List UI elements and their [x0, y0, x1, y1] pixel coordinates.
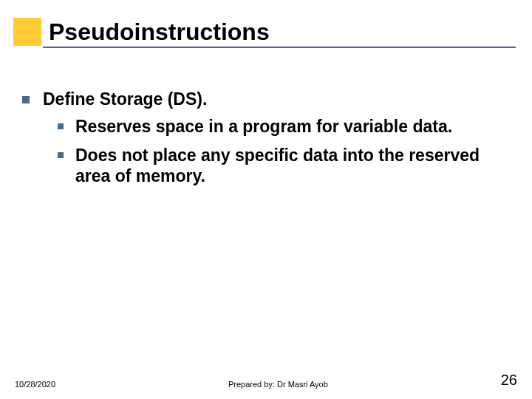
list-item: Reserves space in a program for variable… [58, 116, 514, 137]
bullet-icon [58, 152, 64, 158]
bullet-text: Reserves space in a program for variable… [75, 116, 452, 137]
footer: 10/28/2020 Prepared by: Dr Masri Ayob 26 [0, 372, 532, 389]
title-accent-square [13, 18, 41, 46]
footer-date: 10/28/2020 [15, 380, 55, 389]
sub-list: Reserves space in a program for variable… [58, 116, 514, 187]
list-item: Does not place any specific data into th… [58, 145, 514, 188]
bullet-icon [58, 123, 64, 129]
bullet-icon [22, 96, 30, 103]
footer-author: Prepared by: Dr Masri Ayob [55, 380, 501, 389]
title-area: Pseudoinstructions [13, 18, 259, 46]
title-underline [43, 47, 516, 48]
bullet-text: Does not place any specific data into th… [75, 145, 514, 188]
bullet-text: Define Storage (DS). [43, 89, 207, 110]
content-area: Define Storage (DS). Reserves space in a… [22, 89, 514, 194]
list-item: Define Storage (DS). [22, 89, 514, 110]
footer-page-number: 26 [501, 372, 517, 389]
slide-title: Pseudoinstructions [49, 18, 270, 46]
